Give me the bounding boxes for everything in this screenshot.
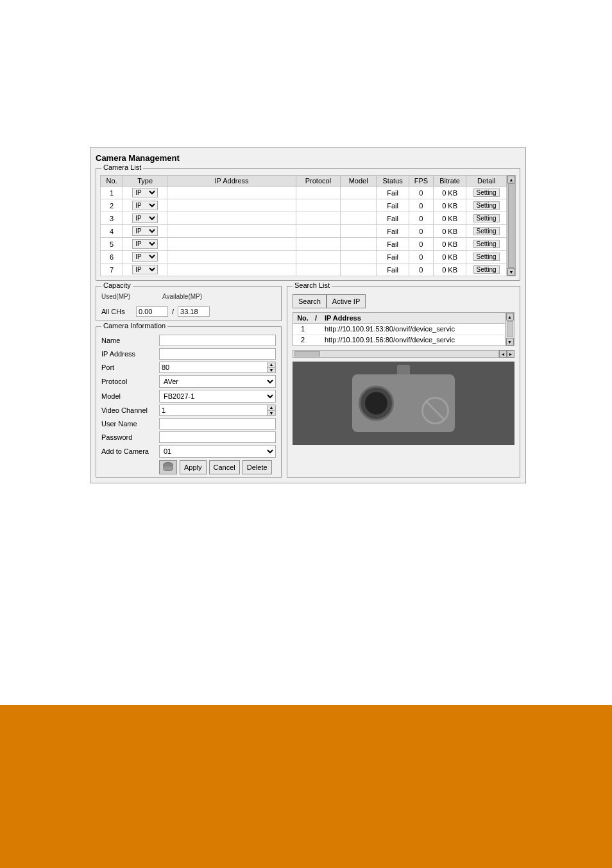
row-detail[interactable]: Setting [466,263,507,276]
video-channel-spin-down[interactable]: ▼ [268,411,275,416]
available-input[interactable] [178,306,210,317]
all-chs-label: All CHs [101,308,133,315]
search-row-ip: http://10.100.91.56:80/onvif/device_serv… [322,335,505,346]
row-type[interactable]: IP [123,212,167,225]
search-right-scrollbar[interactable]: ▲ ▼ [505,313,514,346]
search-scroll-down[interactable]: ▼ [506,338,514,346]
row-model [340,263,376,276]
row-type[interactable]: IP [123,199,167,212]
row-detail[interactable]: Setting [466,199,507,212]
scroll-up-button[interactable]: ▲ [507,176,515,183]
row-protocol [296,212,340,225]
setting-button-4[interactable]: Setting [473,240,500,248]
port-spin-buttons: ▲ ▼ [267,362,276,373]
col-no: No. [101,176,123,187]
row-type[interactable]: IP [123,238,167,251]
search-table-row[interactable]: 1 http://10.100.91.53:80/onvif/device_se… [293,324,505,335]
setting-button-1[interactable]: Setting [473,201,500,210]
type-select-6[interactable]: IP [132,265,158,274]
password-row: Password [101,431,276,443]
camera-table: No. Type IP Address Protocol Model Statu… [100,175,507,276]
capacity-group: Capacity Used(MP) Available(MP) All CHs … [96,286,282,321]
video-channel-input[interactable] [159,405,267,416]
type-select-5[interactable]: IP [132,252,158,262]
row-bitrate: 0 KB [433,263,466,276]
setting-button-5[interactable]: Setting [473,253,500,261]
col-type: Type [123,176,167,187]
camera-table-row: 2 IP Fail 0 0 KB Setting [101,199,507,212]
row-detail[interactable]: Setting [466,212,507,225]
row-type[interactable]: IP [123,225,167,238]
camera-list-scrollbar[interactable]: ▲ ▼ [507,175,516,276]
search-scroll-up[interactable]: ▲ [506,313,514,321]
row-no: 3 [101,212,123,225]
row-protocol [296,251,340,263]
type-select-4[interactable]: IP [132,239,158,249]
row-detail[interactable]: Setting [466,225,507,238]
delete-button[interactable]: Delete [242,460,272,474]
row-detail[interactable]: Setting [466,251,507,263]
setting-button-2[interactable]: Setting [473,214,500,222]
h-scroll-bar[interactable] [293,350,499,358]
apply-button[interactable]: Apply [180,460,207,474]
username-input[interactable] [159,418,276,430]
type-select-0[interactable]: IP [132,188,158,197]
row-type[interactable]: IP [123,251,167,263]
row-type[interactable]: IP [123,187,167,199]
username-row: User Name [101,418,276,430]
scroll-thumb [508,183,514,268]
name-input[interactable] [159,335,276,346]
search-table-inner: No. / IP Address 1 http://10.100.91.53:8… [293,313,505,346]
row-fps: 0 [409,212,433,225]
camera-table-row: 1 IP Fail 0 0 KB Setting [101,187,507,199]
row-detail[interactable]: Setting [466,238,507,251]
camera-lens-inner [365,392,387,415]
row-fps: 0 [409,225,433,238]
row-fps: 0 [409,251,433,263]
row-ip [167,187,296,199]
db-icon[interactable] [159,460,177,474]
active-ip-button[interactable]: Active IP [327,294,366,308]
setting-button-3[interactable]: Setting [473,227,500,235]
row-protocol [296,263,340,276]
protocol-row: Protocol AVer ONVIF RTSP [101,375,276,388]
row-no: 7 [101,263,123,276]
protocol-select[interactable]: AVer ONVIF RTSP [159,375,276,388]
add-to-camera-select[interactable]: 01 02 [159,445,276,458]
row-status: Fail [377,212,409,225]
search-button[interactable]: Search [293,294,327,308]
camera-3d [352,374,455,432]
cancel-button[interactable]: Cancel [209,460,240,474]
type-select-2[interactable]: IP [132,213,158,223]
used-input[interactable] [136,306,168,317]
camera-table-row: 7 IP Fail 0 0 KB Setting [101,263,507,276]
row-protocol [296,187,340,199]
camera-lens [359,386,394,421]
row-type[interactable]: IP [123,263,167,276]
type-select-1[interactable]: IP [132,201,158,210]
video-channel-spin-up[interactable]: ▲ [268,405,275,411]
camera-list-table-wrapper: No. Type IP Address Protocol Model Statu… [100,175,516,276]
password-input[interactable] [159,431,276,443]
search-table-row[interactable]: 2 http://10.100.91.56:80/onvif/device_se… [293,335,505,346]
setting-button-6[interactable]: Setting [473,265,500,274]
model-select[interactable]: FB2027-1 [159,390,276,403]
row-ip [167,212,296,225]
setting-button-0[interactable]: Setting [473,188,500,197]
row-model [340,199,376,212]
port-spin-up[interactable]: ▲ [268,362,275,368]
port-spin-down[interactable]: ▼ [268,368,275,373]
type-select-3[interactable]: IP [132,226,158,236]
h-scroll-left[interactable]: ◄ [499,350,507,358]
name-row: Name [101,335,276,346]
row-bitrate: 0 KB [433,251,466,263]
search-buttons: Search Active IP [293,294,514,308]
port-row: Port ▲ ▼ [101,362,276,373]
row-bitrate: 0 KB [433,225,466,238]
ip-input[interactable] [159,348,276,360]
row-detail[interactable]: Setting [466,187,507,199]
port-input[interactable] [159,362,267,373]
scroll-down-button[interactable]: ▼ [507,268,515,276]
row-status: Fail [377,187,409,199]
h-scroll-right[interactable]: ► [507,350,514,358]
